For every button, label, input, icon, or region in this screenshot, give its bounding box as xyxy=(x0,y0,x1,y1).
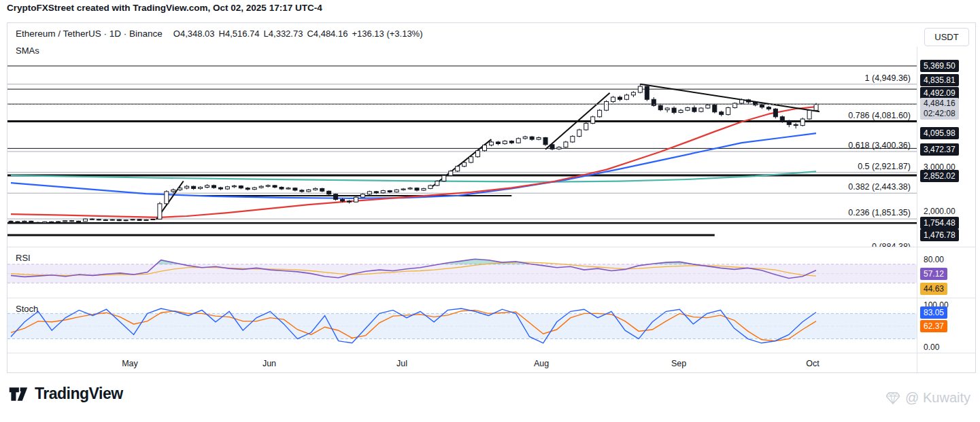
price-badge: 4,835.81 xyxy=(920,74,959,86)
fib-label: 0.786 (4,081.60) xyxy=(848,111,911,120)
sma-fast-line xyxy=(11,107,816,217)
credit-line: CryptoFXStreet created with TradingView.… xyxy=(7,3,322,13)
ohlc-open: O4,348.03 xyxy=(173,29,215,39)
tradingview-logo-icon xyxy=(8,385,29,403)
chart-widget: Ethereum / TetherUS · 1D · BinanceO4,348… xyxy=(7,22,976,373)
tradingview-logo-text: TradingView xyxy=(35,385,123,403)
stoch-canvas xyxy=(7,298,917,353)
ohlc-change: +136.13 (+3.13%) xyxy=(352,29,422,39)
fib-label: 0.5 (2,921.87) xyxy=(858,162,911,171)
tradingview-logo[interactable]: TradingView xyxy=(8,385,123,403)
sma-mid-line xyxy=(11,133,816,198)
symbol-title[interactable]: Ethereum / TetherUS · 1D · Binance xyxy=(16,29,163,39)
screenshot-root: CryptoFXStreet created with TradingView.… xyxy=(0,0,980,422)
price-badge: 2,852.02 xyxy=(920,170,959,182)
fib-label: 1 (4,949.36) xyxy=(865,73,911,83)
axis-value-label: 80.00 xyxy=(920,253,947,266)
price-badge: 1,476.78 xyxy=(920,229,959,241)
axis-value-label: 2,000.00 xyxy=(920,205,959,217)
time-axis-label: May xyxy=(122,359,138,368)
price-badge: 57.12 xyxy=(920,268,947,280)
price-badge: 62.37 xyxy=(920,320,947,332)
horizontal-level-lines xyxy=(7,66,917,235)
time-axis-label: Oct xyxy=(806,359,819,368)
rsi-canvas xyxy=(7,247,917,298)
time-axis-label: Aug xyxy=(534,359,549,368)
price-badge: 3,472.37 xyxy=(920,143,959,156)
main-price-pane[interactable]: 1 (4,949.36)0.786 (4,081.60)0.618 (3,400… xyxy=(7,57,917,247)
main-pane-canvas: 1 (4,949.36)0.786 (4,081.60)0.618 (3,400… xyxy=(7,57,917,247)
ohlc-low: L4,332.73 xyxy=(264,29,303,39)
price-badge: 44.63 xyxy=(920,283,947,295)
price-axis[interactable]: USDT 5,369.504,835.814,492.094,484.1602:… xyxy=(917,23,977,374)
candles xyxy=(9,84,818,224)
rsi-pane[interactable] xyxy=(7,247,917,298)
stoch-label[interactable]: Stoch xyxy=(16,304,38,314)
price-badge: 5,369.50 xyxy=(920,60,959,72)
fib-label: 0.618 (3,400.36) xyxy=(848,141,911,150)
watermark-text: @ Kuwaity xyxy=(905,390,970,406)
gem-icon xyxy=(886,392,900,404)
ohlc-high: H4,516.74 xyxy=(219,29,260,39)
pane-divider[interactable] xyxy=(7,298,975,298)
current-price: 4,484.16 xyxy=(924,99,956,109)
time-axis-label: Jul xyxy=(396,359,407,368)
currency-toggle-button[interactable]: USDT xyxy=(924,28,969,46)
sma-slow-line xyxy=(11,171,816,181)
time-axis-label: Jun xyxy=(263,359,276,368)
price-badge: 83.05 xyxy=(920,306,947,319)
chart-header: Ethereum / TetherUS · 1D · BinanceO4,348… xyxy=(16,29,423,39)
ohlc-close: C4,484.16 xyxy=(307,29,348,39)
pane-divider[interactable] xyxy=(7,247,975,247)
watermark: @ Kuwaity xyxy=(886,390,970,406)
price-badge: 4,484.1602:42:08 xyxy=(920,98,959,120)
sma-legend[interactable]: SMAs xyxy=(16,46,39,56)
rsi-label[interactable]: RSI xyxy=(16,253,31,263)
time-axis[interactable]: MayJunJulAugSepOct xyxy=(7,353,917,374)
fib-label: 0.236 (1,851.35) xyxy=(848,208,911,217)
fib-label: 0.382 (2,443.38) xyxy=(848,182,911,192)
stoch-pane[interactable] xyxy=(7,298,917,353)
axis-value-label: 0.00 xyxy=(920,341,943,353)
price-badge: 1,754.48 xyxy=(920,217,959,229)
fib-label: 0 (884.38) xyxy=(872,242,911,247)
price-badge: 4,095.98 xyxy=(920,127,959,139)
sma-lines xyxy=(11,107,816,217)
bar-countdown: 02:42:08 xyxy=(924,109,956,119)
time-axis-label: Sep xyxy=(671,359,686,368)
